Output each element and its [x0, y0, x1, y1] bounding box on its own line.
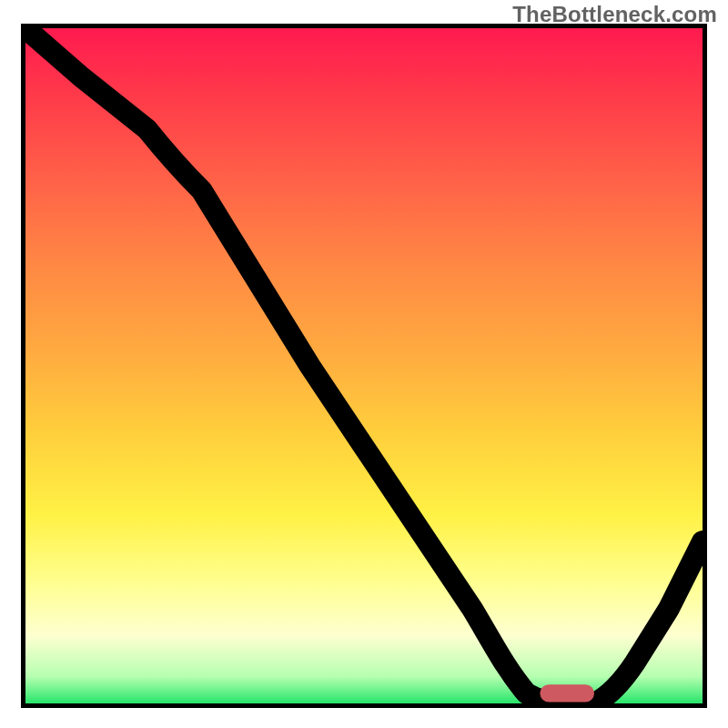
- curve-layer: [25, 28, 703, 703]
- bottleneck-curve: [25, 28, 703, 703]
- chart-frame: TheBottleneck.com: [0, 0, 728, 728]
- optimal-range-marker: [540, 684, 594, 702]
- watermark-text: TheBottleneck.com: [512, 2, 717, 27]
- plot-area: [21, 24, 707, 708]
